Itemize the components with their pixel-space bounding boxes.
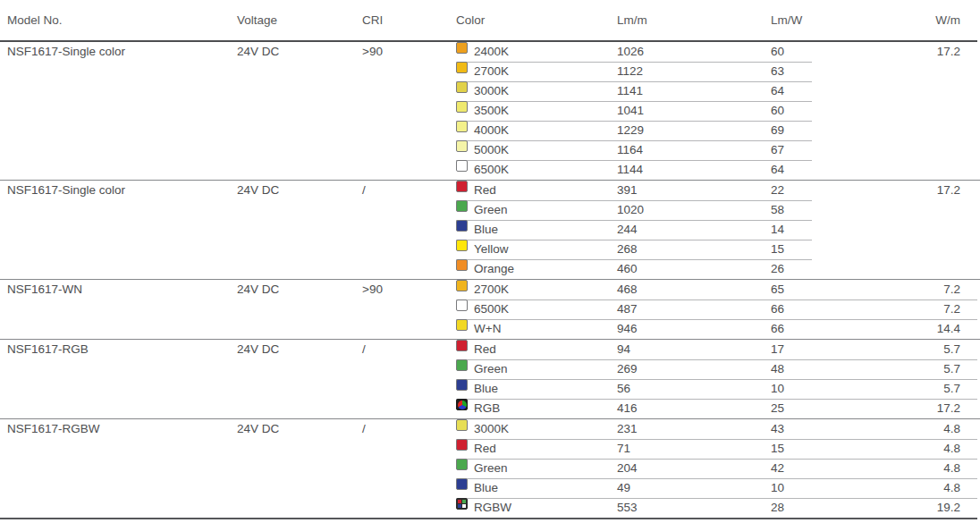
table-row: 3000K 1141 64 — [0, 81, 980, 101]
w-per-m-value: 19.2 — [937, 498, 960, 518]
quadrant-white — [462, 504, 466, 508]
spec-table: Model No. Voltage CRI Color Lm/m Lm/W W/… — [0, 7, 980, 519]
section-single-color-rgbyo: NSF1617-Single color 24V DC / Red 391 22… — [0, 180, 980, 279]
lm-per-m-value: 1020 — [617, 200, 644, 220]
lm-per-w-value: 66 — [771, 319, 784, 339]
color-label: 5000K — [474, 140, 509, 160]
lm-per-m-value: 1041 — [617, 101, 644, 121]
table-row: Green 269 48 5.7 — [0, 359, 980, 379]
lm-per-w-value: 64 — [771, 160, 784, 180]
table-bottom-divider — [0, 518, 977, 519]
table-row: Blue 56 10 5.7 — [0, 379, 980, 399]
table-row: RGB 416 25 17.2 — [0, 399, 980, 418]
lm-per-m-value: 49 — [617, 478, 630, 498]
color-swatch — [456, 101, 468, 113]
color-label: Orange — [474, 259, 514, 279]
quadrant-red — [458, 500, 461, 503]
color-label: Yellow — [474, 240, 509, 259]
quadrant-blue — [458, 504, 461, 508]
section-rgbw: NSF1617-RGBW 24V DC / 3000K 231 43 4.8 R… — [0, 418, 980, 518]
color-label: Blue — [474, 379, 498, 399]
color-swatch — [456, 42, 468, 54]
color-swatch — [456, 359, 468, 371]
lm-per-w-value: 64 — [771, 81, 784, 101]
table-row: 2700K 468 65 7.2 — [0, 280, 980, 299]
column-header-lm-per-w: Lm/W — [771, 13, 802, 27]
color-label: 6500K — [474, 299, 509, 319]
lm-per-m-value: 468 — [617, 280, 638, 299]
color-swatch — [456, 240, 468, 251]
table-header-row: Model No. Voltage CRI Color Lm/m Lm/W W/… — [0, 7, 980, 40]
w-per-m-value: 4.8 — [943, 459, 960, 478]
lm-per-m-value: 71 — [617, 439, 630, 459]
lm-per-w-value: 63 — [771, 62, 784, 81]
table-row: Red 94 17 5.7 — [0, 340, 980, 359]
lm-per-m-value: 94 — [617, 340, 630, 359]
lm-per-m-value: 1141 — [617, 81, 643, 101]
rgbw-quadrant-icon — [456, 498, 468, 510]
color-label: 2400K — [474, 42, 509, 62]
lm-per-w-value: 65 — [771, 280, 784, 299]
section-wn: NSF1617-WN 24V DC >90 2700K 468 65 7.2 6… — [0, 279, 980, 339]
column-header-voltage: Voltage — [237, 13, 277, 27]
color-label: 2700K — [474, 62, 509, 81]
color-label: Green — [474, 359, 508, 379]
color-swatch — [456, 379, 468, 391]
lm-per-m-value: 1144 — [617, 160, 643, 180]
color-label: RGB — [474, 399, 500, 418]
table-row: 2700K 1122 63 — [0, 62, 980, 81]
w-per-m-value: 4.8 — [943, 419, 960, 439]
color-swatch — [456, 81, 468, 93]
color-swatch — [456, 200, 468, 212]
lm-per-m-value: 244 — [617, 220, 638, 240]
color-swatch — [456, 439, 468, 451]
color-swatch — [456, 259, 468, 271]
color-swatch — [456, 181, 468, 192]
lm-per-m-value: 946 — [617, 319, 638, 339]
column-header-w-per-m: W/m — [935, 13, 960, 27]
w-per-m-value: 17.2 — [937, 181, 960, 200]
table-row: 5000K 1164 67 — [0, 140, 980, 160]
table-row: Green 1020 58 — [0, 200, 980, 220]
lm-per-m-value: 231 — [617, 419, 638, 439]
w-per-m-value: 14.4 — [937, 319, 960, 339]
lm-per-m-value: 460 — [617, 259, 638, 279]
color-swatch — [456, 160, 468, 172]
w-per-m-value: 7.2 — [943, 280, 960, 299]
lm-per-w-value: 25 — [771, 399, 784, 418]
lm-per-m-value: 56 — [617, 379, 630, 399]
lm-per-w-value: 10 — [771, 379, 784, 399]
lm-per-m-value: 1229 — [617, 121, 644, 140]
spec-sheet-page: Model No. Voltage CRI Color Lm/m Lm/W W/… — [0, 0, 980, 523]
lm-per-w-value: 28 — [771, 498, 784, 518]
table-row: Yellow 268 15 — [0, 240, 980, 259]
color-swatch — [456, 140, 468, 152]
color-swatch — [456, 478, 468, 490]
color-label: Blue — [474, 478, 498, 498]
color-swatch — [456, 319, 468, 331]
lm-per-w-value: 42 — [771, 459, 784, 478]
column-header-model: Model No. — [7, 13, 63, 27]
table-row: 4000K 1229 69 — [0, 121, 980, 140]
color-swatch — [456, 419, 468, 431]
lm-per-w-value: 58 — [771, 200, 784, 220]
lm-per-m-value: 1026 — [617, 42, 644, 62]
color-label: Green — [474, 459, 508, 478]
table-row: 2400K 1026 60 17.2 — [0, 42, 980, 62]
color-label: Red — [474, 439, 496, 459]
color-swatch — [456, 220, 468, 232]
lm-per-m-value: 268 — [617, 240, 638, 259]
table-row: Green 204 42 4.8 — [0, 459, 980, 478]
lm-per-w-value: 48 — [771, 359, 784, 379]
color-wheel-glyph — [458, 401, 467, 409]
w-per-m-value: 7.2 — [943, 299, 960, 319]
lm-per-w-value: 43 — [771, 419, 784, 439]
lm-per-m-value: 1122 — [617, 62, 643, 81]
color-swatch — [456, 459, 468, 470]
lm-per-w-value: 69 — [771, 121, 784, 140]
lm-per-w-value: 15 — [771, 240, 784, 259]
color-swatch — [456, 299, 468, 311]
rgb-color-wheel-icon — [456, 399, 468, 410]
color-label: 6500K — [474, 160, 509, 180]
color-swatch — [456, 340, 468, 351]
